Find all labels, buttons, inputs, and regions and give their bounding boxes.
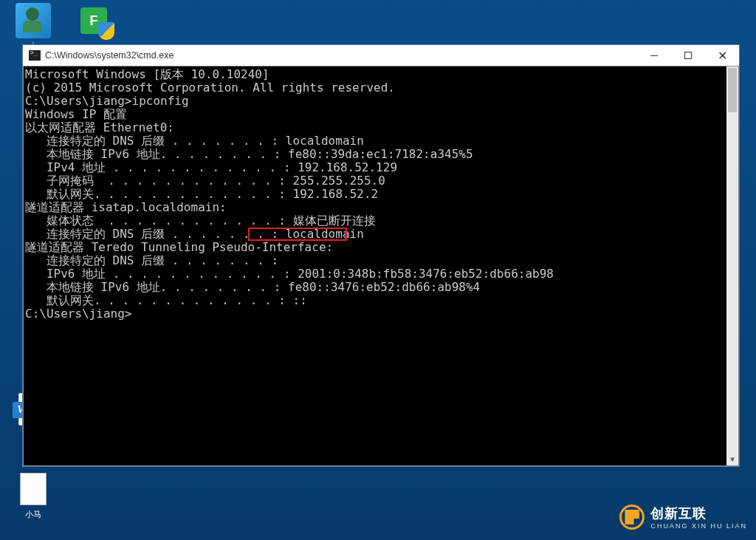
window-title: C:\Windows\system32\cmd.exe [45, 50, 173, 61]
terminal-line: 隧道适配器 Teredo Tunneling Pseudo-Interface: [25, 241, 737, 254]
titlebar[interactable]: C:\Windows\system32\cmd.exe ✕ [23, 45, 739, 66]
watermark-big: 创新互联 [650, 505, 747, 522]
scroll-thumb[interactable] [728, 68, 737, 112]
terminal-line: Windows IP 配置 [25, 108, 737, 121]
watermark-icon [619, 505, 645, 530]
desktop-icon-label: 小马 [7, 509, 59, 520]
minimize-button[interactable] [637, 45, 671, 66]
desktop-icon-user[interactable]: j [7, 3, 59, 49]
cmd-icon [29, 50, 41, 61]
terminal-line: IPv6 地址 . . . . . . . . . . . . : 2001:0… [25, 267, 737, 281]
terminal-line: 本地链接 IPv6 地址. . . . . . . . : fe80::3476… [25, 281, 737, 294]
watermark: 创新互联 CHUANG XIN HU LIAN [619, 505, 747, 530]
terminal-line: 默认网关. . . . . . . . . . . . . : :: [25, 294, 737, 307]
cmd-window: C:\Windows\system32\cmd.exe ✕ Microsoft … [22, 44, 740, 467]
terminal-line: 连接特定的 DNS 后缀 . . . . . . . : localdomain [25, 228, 737, 241]
terminal-line: 本地链接 IPv6 地址. . . . . . . . : fe80::39da… [25, 148, 737, 161]
terminal-line: IPv4 地址 . . . . . . . . . . . . : 192.16… [25, 161, 737, 174]
terminal-line: 子网掩码 . . . . . . . . . . . . : 255.255.2… [25, 174, 737, 188]
terminal-line: 连接特定的 DNS 后缀 . . . . . . . : localdomain [25, 134, 737, 148]
scrollbar[interactable]: ▲ ▼ [726, 66, 738, 465]
terminal-output[interactable]: Microsoft Windows [版本 10.0.10240](c) 201… [23, 66, 739, 466]
terminal-line: (c) 2015 Microsoft Corporation. All righ… [25, 81, 737, 95]
terminal-line: C:\Users\jiang>ipconfig [25, 95, 737, 108]
desktop-icon-fiddler[interactable]: F [68, 3, 120, 41]
terminal-line: 连接特定的 DNS 后缀 . . . . . . . : [25, 254, 737, 267]
terminal-line: C:\Users\jiang> [25, 307, 737, 321]
terminal-line: 媒体状态 . . . . . . . . . . . . : 媒体已断开连接 [25, 214, 737, 228]
terminal-line: 默认网关. . . . . . . . . . . . . : 192.168.… [25, 188, 737, 201]
desktop-icon-file[interactable]: 小马 [7, 471, 59, 520]
user-icon [16, 3, 51, 38]
terminal-line: Microsoft Windows [版本 10.0.10240] [25, 68, 737, 81]
file-icon [16, 471, 51, 507]
scroll-down-icon[interactable]: ▼ [726, 454, 738, 465]
terminal-line: 以太网适配器 Ethernet0: [25, 121, 737, 134]
watermark-small: CHUANG XIN HU LIAN [650, 522, 747, 530]
close-button[interactable]: ✕ [705, 45, 739, 66]
terminal-line: 隧道适配器 isatap.localdomain: [25, 201, 737, 214]
flag-icon: F [76, 3, 111, 38]
maximize-button[interactable] [671, 45, 705, 66]
